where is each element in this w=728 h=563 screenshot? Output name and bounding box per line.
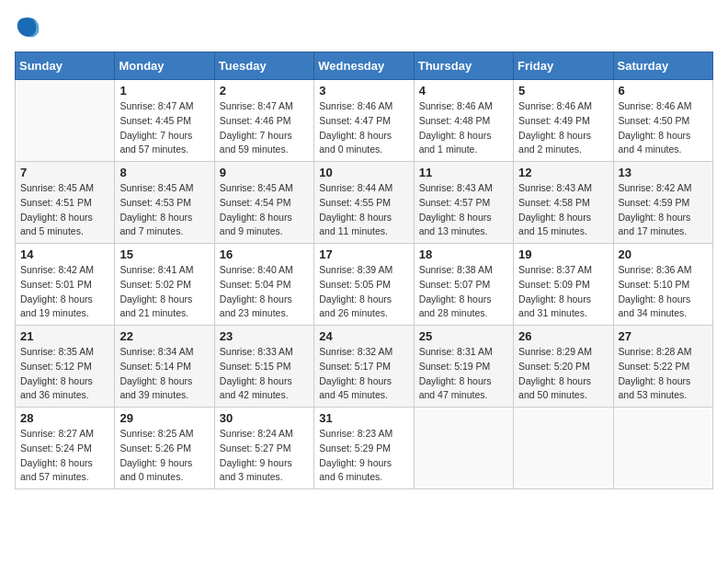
calendar-cell: 16Sunrise: 8:40 AMSunset: 5:04 PMDayligh… bbox=[214, 244, 313, 326]
day-number: 6 bbox=[619, 84, 708, 98]
day-number: 14 bbox=[20, 247, 109, 261]
day-number: 15 bbox=[119, 247, 209, 261]
day-info: Sunrise: 8:45 AMSunset: 4:54 PMDaylight:… bbox=[220, 181, 309, 239]
day-number: 7 bbox=[20, 166, 109, 179]
calendar-cell: 9Sunrise: 8:45 AMSunset: 4:54 PMDaylight… bbox=[214, 162, 313, 244]
day-info: Sunrise: 8:36 AMSunset: 5:10 PMDaylight:… bbox=[619, 263, 708, 321]
day-info: Sunrise: 8:38 AMSunset: 5:07 PMDaylight:… bbox=[419, 263, 508, 321]
day-number: 9 bbox=[220, 166, 309, 179]
calendar-cell: 8Sunrise: 8:45 AMSunset: 4:53 PMDaylight… bbox=[115, 162, 214, 244]
calendar-cell: 5Sunrise: 8:46 AMSunset: 4:49 PMDaylight… bbox=[514, 80, 613, 162]
day-info: Sunrise: 8:33 AMSunset: 5:15 PMDaylight:… bbox=[220, 345, 309, 403]
day-info: Sunrise: 8:47 AMSunset: 4:46 PMDaylight:… bbox=[220, 99, 309, 157]
calendar-cell: 24Sunrise: 8:32 AMSunset: 5:17 PMDayligh… bbox=[314, 326, 414, 408]
calendar-cell bbox=[16, 80, 115, 162]
day-info: Sunrise: 8:39 AMSunset: 5:05 PMDaylight:… bbox=[319, 263, 408, 321]
day-info: Sunrise: 8:46 AMSunset: 4:48 PMDaylight:… bbox=[419, 99, 508, 157]
calendar-cell: 27Sunrise: 8:28 AMSunset: 5:22 PMDayligh… bbox=[613, 326, 712, 408]
calendar-cell: 7Sunrise: 8:45 AMSunset: 4:51 PMDaylight… bbox=[16, 162, 115, 244]
day-number: 20 bbox=[619, 247, 708, 261]
day-number: 21 bbox=[20, 329, 109, 343]
day-number: 5 bbox=[518, 84, 608, 98]
day-info: Sunrise: 8:45 AMSunset: 4:51 PMDaylight:… bbox=[20, 181, 109, 239]
calendar-cell: 15Sunrise: 8:41 AMSunset: 5:02 PMDayligh… bbox=[115, 244, 214, 326]
calendar-cell: 3Sunrise: 8:46 AMSunset: 4:47 PMDaylight… bbox=[314, 80, 414, 162]
day-info: Sunrise: 8:46 AMSunset: 4:50 PMDaylight:… bbox=[619, 99, 708, 157]
day-info: Sunrise: 8:32 AMSunset: 5:17 PMDaylight:… bbox=[319, 345, 408, 403]
calendar-cell bbox=[414, 408, 513, 489]
calendar-cell: 2Sunrise: 8:47 AMSunset: 4:46 PMDaylight… bbox=[214, 80, 313, 162]
day-info: Sunrise: 8:23 AMSunset: 5:29 PMDaylight:… bbox=[319, 427, 408, 485]
day-number: 3 bbox=[319, 84, 408, 98]
weekday-header-saturday: Saturday bbox=[613, 52, 712, 80]
day-info: Sunrise: 8:29 AMSunset: 5:20 PMDaylight:… bbox=[518, 345, 608, 403]
weekday-header-wednesday: Wednesday bbox=[314, 52, 414, 80]
day-number: 18 bbox=[419, 247, 508, 261]
day-number: 12 bbox=[518, 166, 608, 179]
weekday-header-monday: Monday bbox=[115, 52, 214, 80]
calendar-cell: 18Sunrise: 8:38 AMSunset: 5:07 PMDayligh… bbox=[414, 244, 513, 326]
calendar-cell: 29Sunrise: 8:25 AMSunset: 5:26 PMDayligh… bbox=[115, 408, 214, 489]
logo-icon bbox=[15, 15, 40, 40]
day-number: 27 bbox=[619, 329, 708, 343]
day-number: 2 bbox=[220, 84, 309, 98]
day-info: Sunrise: 8:42 AMSunset: 4:59 PMDaylight:… bbox=[619, 181, 708, 239]
day-number: 13 bbox=[619, 166, 708, 179]
day-number: 29 bbox=[119, 411, 209, 425]
day-number: 1 bbox=[119, 84, 209, 98]
calendar-cell bbox=[514, 408, 613, 489]
day-info: Sunrise: 8:37 AMSunset: 5:09 PMDaylight:… bbox=[518, 263, 608, 321]
day-info: Sunrise: 8:35 AMSunset: 5:12 PMDaylight:… bbox=[20, 345, 109, 403]
calendar-week-row: 28Sunrise: 8:27 AMSunset: 5:24 PMDayligh… bbox=[16, 408, 713, 489]
day-info: Sunrise: 8:28 AMSunset: 5:22 PMDaylight:… bbox=[619, 345, 708, 403]
day-info: Sunrise: 8:40 AMSunset: 5:04 PMDaylight:… bbox=[220, 263, 309, 321]
day-number: 22 bbox=[119, 329, 209, 343]
calendar-cell: 13Sunrise: 8:42 AMSunset: 4:59 PMDayligh… bbox=[613, 162, 712, 244]
day-number: 25 bbox=[419, 329, 508, 343]
day-info: Sunrise: 8:24 AMSunset: 5:27 PMDaylight:… bbox=[220, 427, 309, 485]
day-info: Sunrise: 8:41 AMSunset: 5:02 PMDaylight:… bbox=[119, 263, 209, 321]
day-number: 19 bbox=[518, 247, 608, 261]
day-info: Sunrise: 8:45 AMSunset: 4:53 PMDaylight:… bbox=[119, 181, 209, 239]
day-info: Sunrise: 8:43 AMSunset: 4:57 PMDaylight:… bbox=[419, 181, 508, 239]
calendar-cell: 25Sunrise: 8:31 AMSunset: 5:19 PMDayligh… bbox=[414, 326, 513, 408]
day-info: Sunrise: 8:47 AMSunset: 4:45 PMDaylight:… bbox=[119, 99, 209, 157]
day-info: Sunrise: 8:34 AMSunset: 5:14 PMDaylight:… bbox=[119, 345, 209, 403]
day-number: 8 bbox=[119, 166, 209, 179]
calendar-cell bbox=[613, 408, 712, 489]
day-number: 30 bbox=[220, 411, 309, 425]
calendar-cell: 6Sunrise: 8:46 AMSunset: 4:50 PMDaylight… bbox=[613, 80, 712, 162]
calendar-cell: 1Sunrise: 8:47 AMSunset: 4:45 PMDaylight… bbox=[115, 80, 214, 162]
weekday-header-tuesday: Tuesday bbox=[214, 52, 313, 80]
day-number: 4 bbox=[419, 84, 508, 98]
calendar-cell: 19Sunrise: 8:37 AMSunset: 5:09 PMDayligh… bbox=[514, 244, 613, 326]
calendar-cell: 20Sunrise: 8:36 AMSunset: 5:10 PMDayligh… bbox=[613, 244, 712, 326]
page-header bbox=[15, 15, 713, 40]
calendar-week-row: 21Sunrise: 8:35 AMSunset: 5:12 PMDayligh… bbox=[16, 326, 713, 408]
weekday-header-sunday: Sunday bbox=[16, 52, 115, 80]
day-info: Sunrise: 8:27 AMSunset: 5:24 PMDaylight:… bbox=[20, 427, 109, 485]
calendar-header-row: SundayMondayTuesdayWednesdayThursdayFrid… bbox=[16, 52, 713, 80]
calendar-week-row: 14Sunrise: 8:42 AMSunset: 5:01 PMDayligh… bbox=[16, 244, 713, 326]
calendar-cell: 26Sunrise: 8:29 AMSunset: 5:20 PMDayligh… bbox=[514, 326, 613, 408]
calendar-cell: 4Sunrise: 8:46 AMSunset: 4:48 PMDaylight… bbox=[414, 80, 513, 162]
calendar-cell: 22Sunrise: 8:34 AMSunset: 5:14 PMDayligh… bbox=[115, 326, 214, 408]
calendar-cell: 21Sunrise: 8:35 AMSunset: 5:12 PMDayligh… bbox=[16, 326, 115, 408]
weekday-header-thursday: Thursday bbox=[414, 52, 513, 80]
calendar-week-row: 7Sunrise: 8:45 AMSunset: 4:51 PMDaylight… bbox=[16, 162, 713, 244]
calendar-cell: 12Sunrise: 8:43 AMSunset: 4:58 PMDayligh… bbox=[514, 162, 613, 244]
calendar-cell: 30Sunrise: 8:24 AMSunset: 5:27 PMDayligh… bbox=[214, 408, 313, 489]
day-info: Sunrise: 8:31 AMSunset: 5:19 PMDaylight:… bbox=[419, 345, 508, 403]
day-number: 31 bbox=[319, 411, 408, 425]
logo bbox=[15, 15, 42, 40]
day-number: 10 bbox=[319, 166, 408, 179]
calendar-week-row: 1Sunrise: 8:47 AMSunset: 4:45 PMDaylight… bbox=[16, 80, 713, 162]
day-number: 11 bbox=[419, 166, 508, 179]
calendar-cell: 10Sunrise: 8:44 AMSunset: 4:55 PMDayligh… bbox=[314, 162, 414, 244]
day-number: 23 bbox=[220, 329, 309, 343]
day-info: Sunrise: 8:46 AMSunset: 4:47 PMDaylight:… bbox=[319, 99, 408, 157]
day-info: Sunrise: 8:43 AMSunset: 4:58 PMDaylight:… bbox=[518, 181, 608, 239]
day-number: 26 bbox=[518, 329, 608, 343]
weekday-header-friday: Friday bbox=[514, 52, 613, 80]
day-number: 24 bbox=[319, 329, 408, 343]
